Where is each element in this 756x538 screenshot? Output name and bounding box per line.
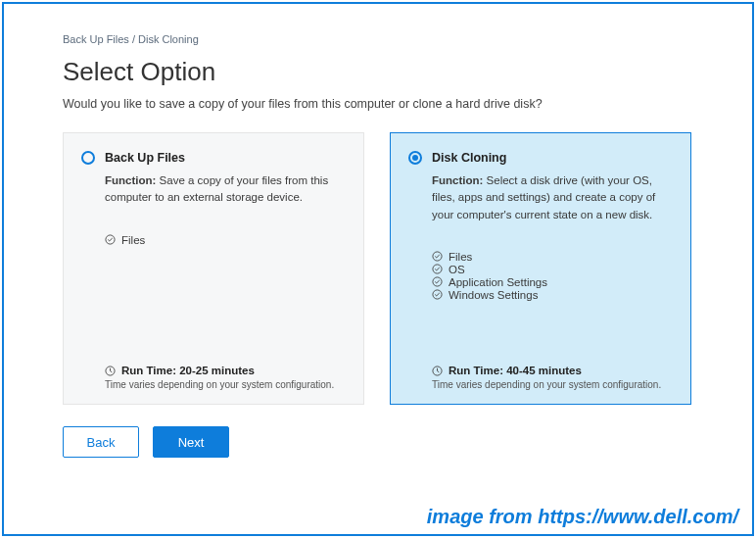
clock-icon [432, 366, 443, 376]
checklist-label: Files [121, 234, 145, 246]
card-header: Back Up Files [81, 151, 346, 165]
list-item: Application Settings [432, 276, 673, 288]
app-frame: Back Up Files / Disk Cloning Select Opti… [2, 2, 754, 536]
clock-icon [105, 366, 116, 376]
svg-point-3 [433, 265, 442, 273]
option-card-backup[interactable]: Back Up Files Function: Save a copy of y… [63, 132, 364, 405]
checklist-label: Files [449, 251, 472, 263]
back-button[interactable]: Back [63, 426, 139, 458]
check-circle-icon [432, 264, 443, 274]
card-title-backup: Back Up Files [105, 151, 185, 165]
runtime-note: Time varies depending on your system con… [432, 379, 673, 390]
runtime-row: Run Time: 40-45 minutes [432, 365, 673, 376]
checklist-label: Windows Settings [449, 289, 538, 301]
svg-point-5 [433, 290, 442, 299]
runtime-label: Run Time: 20-25 minutes [121, 365, 255, 376]
radio-checked-icon[interactable] [408, 151, 422, 165]
runtime-note: Time varies depending on your system con… [105, 379, 346, 390]
card-footer-cloning: Run Time: 40-45 minutes Time varies depe… [408, 365, 673, 390]
list-item: Files [105, 234, 346, 246]
list-item: Files [432, 251, 673, 263]
list-item: Windows Settings [432, 289, 673, 301]
check-circle-icon [432, 251, 443, 262]
check-circle-icon [432, 276, 443, 287]
checklist-label: Application Settings [449, 276, 547, 288]
checklist-cloning: Files OS Application Settings Windows Se… [408, 251, 673, 302]
option-cards: Back Up Files Function: Save a copy of y… [63, 132, 703, 405]
runtime-label: Run Time: 40-45 minutes [449, 365, 582, 376]
card-title-cloning: Disk Cloning [432, 151, 506, 165]
check-circle-icon [105, 234, 116, 245]
card-body-cloning: Function: Select a disk drive (with your… [408, 172, 673, 223]
checklist-backup: Files [81, 234, 346, 247]
card-footer-backup: Run Time: 20-25 minutes Time varies depe… [81, 365, 346, 390]
page-subtitle: Would you like to save a copy of your fi… [63, 97, 703, 111]
runtime-row: Run Time: 20-25 minutes [105, 365, 346, 376]
radio-unchecked-icon[interactable] [81, 151, 95, 165]
breadcrumb: Back Up Files / Disk Cloning [63, 33, 703, 45]
svg-point-0 [106, 235, 115, 244]
watermark-text: image from https://www.dell.com/ [427, 506, 738, 528]
card-body-backup: Function: Save a copy of your files from… [81, 172, 346, 207]
function-label: Function: [432, 174, 483, 186]
svg-point-2 [433, 252, 442, 261]
checklist-label: OS [449, 264, 465, 275]
card-header: Disk Cloning [408, 151, 673, 165]
footer-buttons: Back Next [63, 426, 703, 458]
check-circle-icon [432, 289, 443, 300]
svg-point-4 [433, 277, 442, 286]
option-card-cloning[interactable]: Disk Cloning Function: Select a disk dri… [390, 132, 691, 405]
list-item: OS [432, 264, 673, 275]
function-label: Function: [105, 174, 156, 186]
page-title: Select Option [63, 57, 703, 87]
next-button[interactable]: Next [153, 426, 229, 458]
